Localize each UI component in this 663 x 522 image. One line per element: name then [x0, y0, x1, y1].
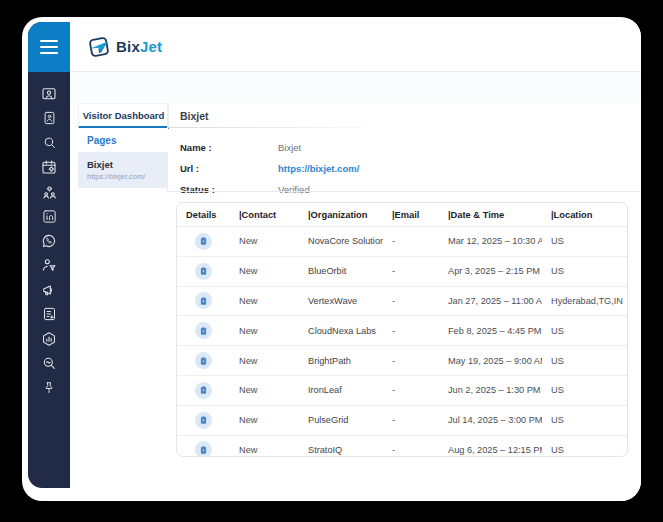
org-cell: StratoIQ — [299, 445, 383, 455]
contact-cell: New — [230, 296, 299, 306]
details-cell — [177, 292, 230, 309]
details-cell — [177, 441, 230, 457]
datetime-cell: Jan 27, 2025 – 11:00 AM — [439, 296, 542, 306]
bixjet-logo-icon — [86, 34, 112, 60]
analytics-hexagon-icon[interactable] — [37, 330, 61, 347]
brand-name-jet: Jet — [140, 38, 162, 55]
datetime-cell: Apr 3, 2025 – 2:15 PM — [439, 266, 542, 276]
search-icon[interactable] — [37, 134, 61, 151]
table-row: NewNovaCore Solutions-Mar 12, 2025 – 10:… — [177, 226, 627, 256]
email-cell: - — [383, 266, 439, 276]
team-settings-icon[interactable] — [37, 183, 61, 200]
clipboard-icon — [199, 296, 208, 306]
view-details-button[interactable] — [195, 322, 212, 339]
email-cell: - — [383, 415, 439, 425]
org-cell: BlueOrbit — [299, 266, 383, 276]
org-cell: PulseGrid — [299, 415, 383, 425]
column-header: |Organization — [299, 210, 383, 220]
calendar-settings-icon[interactable] — [37, 159, 61, 176]
clipboard-icon — [199, 356, 208, 366]
email-cell: - — [383, 356, 439, 366]
contact-cell: New — [230, 266, 299, 276]
tab-visitor-dashboard[interactable]: Visitor Dashboard — [78, 103, 169, 129]
details-cell — [177, 352, 230, 369]
location-cell: US — [542, 445, 628, 455]
app-window: BixJet Visitor Dashboard Bixjet Name :Bi… — [22, 17, 641, 501]
view-details-button[interactable] — [195, 382, 212, 399]
linkedin-icon[interactable] — [37, 208, 61, 225]
email-cell: - — [383, 445, 439, 455]
org-cell: BrightPath — [299, 356, 383, 366]
contact-cell: New — [230, 356, 299, 366]
form-list-icon[interactable] — [37, 306, 61, 323]
table-row: NewBrightPath-May 19, 2025 – 9:00 AMUS — [177, 345, 627, 375]
sidebar — [28, 22, 70, 488]
detail-field-url-link[interactable]: https://bixjet.com/ — [278, 163, 359, 174]
org-cell: NovaCore Solutions — [299, 236, 383, 246]
page-item-name: Bixjet — [87, 159, 159, 170]
pin-icon[interactable] — [37, 379, 61, 396]
brand-name-bix: Bix — [116, 38, 140, 55]
email-cell: - — [383, 296, 439, 306]
details-cell — [177, 412, 230, 429]
detail-field-value: Bixjet — [278, 142, 301, 153]
campaign-icon[interactable] — [37, 281, 61, 298]
detail-field-label: Name : — [168, 142, 278, 153]
view-details-button[interactable] — [195, 263, 212, 280]
detail-field-row: Status :Verified — [168, 179, 641, 200]
pages-panel: Pages Bixjet https://bixjet.com/ — [78, 128, 168, 188]
clipboard-icon — [199, 266, 208, 276]
brand-logo: BixJet — [86, 34, 162, 60]
datetime-cell: May 19, 2025 – 9:00 AM — [439, 356, 542, 366]
table-row: NewStratoIQ-Aug 6, 2025 – 12:15 PMUS — [177, 435, 627, 457]
whatsapp-icon[interactable] — [37, 232, 61, 249]
column-header: |Date & Time — [439, 210, 542, 220]
user-screen-icon[interactable] — [37, 85, 61, 102]
view-details-button[interactable] — [195, 352, 212, 369]
contact-cell: New — [230, 445, 299, 455]
brand-name: BixJet — [116, 38, 162, 55]
view-details-button[interactable] — [195, 412, 212, 429]
column-header: |Email — [383, 210, 439, 220]
detail-field-label: Url : — [168, 163, 278, 174]
pages-panel-title[interactable]: Pages — [78, 128, 168, 153]
section-divider — [167, 191, 641, 192]
datetime-cell: Mar 12, 2025 – 10:30 AM — [439, 236, 542, 246]
location-cell: Hyderabad,TG,IN — [542, 296, 628, 306]
page-detail-pane: Bixjet Name :BixjetUrl :https://bixjet.c… — [167, 103, 641, 192]
table-row: NewCloudNexa Labs-Feb 8, 2025 – 4:45 PMU… — [177, 315, 627, 345]
detail-field-value: Verified — [278, 184, 310, 195]
location-cell: US — [542, 236, 628, 246]
user-filter-icon[interactable] — [37, 257, 61, 274]
details-cell — [177, 233, 230, 250]
id-card-icon[interactable] — [37, 110, 61, 127]
detail-field-row: Name :Bixjet — [168, 137, 641, 158]
hamburger-icon — [40, 40, 58, 54]
email-cell: - — [383, 385, 439, 395]
page-list-item-bixjet[interactable]: Bixjet https://bixjet.com/ — [78, 153, 168, 188]
clipboard-icon — [199, 326, 208, 336]
page-detail-fields: Name :BixjetUrl :https://bixjet.com/Stat… — [168, 128, 641, 200]
location-cell: US — [542, 356, 628, 366]
detail-field-label: Status : — [168, 184, 278, 195]
page-item-url: https://bixjet.com/ — [87, 172, 159, 181]
clipboard-icon — [199, 445, 208, 455]
table-row: NewBlueOrbit-Apr 3, 2025 – 2:15 PMUS — [177, 256, 627, 286]
view-details-button[interactable] — [195, 292, 212, 309]
details-cell — [177, 382, 230, 399]
table-row: NewPulseGrid-Jul 14, 2025 – 3:00 PMUS — [177, 405, 627, 435]
search-insights-icon[interactable] — [37, 355, 61, 372]
view-details-button[interactable] — [195, 441, 212, 457]
view-details-button[interactable] — [195, 233, 212, 250]
visitors-table: Details|Contact|Organization|Email|Date … — [176, 202, 628, 457]
main-content: Visitor Dashboard Bixjet Name :BixjetUrl… — [70, 72, 641, 501]
org-cell: CloudNexa Labs — [299, 326, 383, 336]
location-cell: US — [542, 266, 628, 276]
menu-toggle-button[interactable] — [28, 22, 70, 72]
datetime-cell: Jul 14, 2025 – 3:00 PM — [439, 415, 542, 425]
contact-cell: New — [230, 415, 299, 425]
page-title: Bixjet — [168, 103, 641, 128]
org-cell: VertexWave — [299, 296, 383, 306]
clipboard-icon — [199, 236, 208, 246]
column-header: Details — [177, 210, 230, 220]
